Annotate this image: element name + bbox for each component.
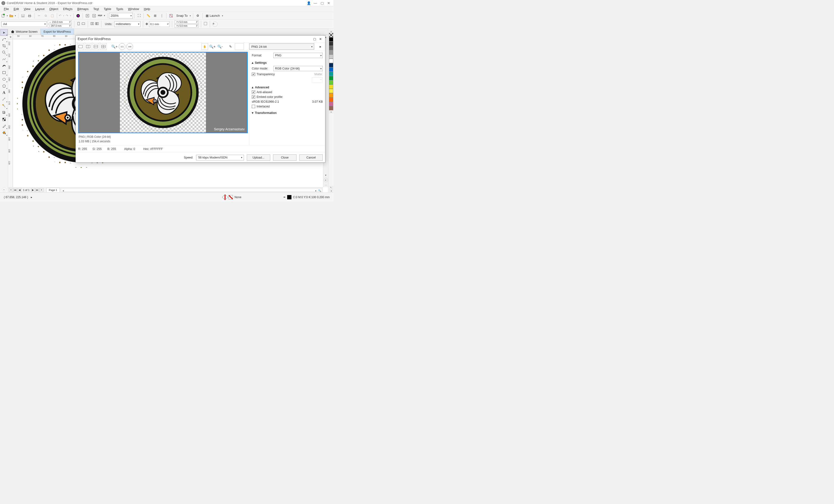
single-preview-button[interactable]	[77, 43, 84, 50]
zoom-combo[interactable]: 200%	[109, 13, 133, 19]
fill-indicator[interactable]: None	[221, 195, 243, 199]
color-swatch[interactable]	[329, 72, 333, 76]
user-signin-icon[interactable]: 👤	[305, 1, 312, 5]
drop-shadow-tool[interactable]	[0, 109, 8, 116]
zoom-fit-button[interactable]: 100	[126, 43, 133, 50]
docker-expand-button[interactable]: ⋯	[324, 183, 328, 187]
page-height-spinner[interactable]: ↕297.0 mm	[48, 24, 72, 28]
color-swatch[interactable]	[329, 67, 333, 72]
color-swatch[interactable]	[329, 85, 333, 89]
portrait-button[interactable]	[77, 22, 81, 26]
sampled-color-swatch[interactable]	[235, 43, 244, 50]
menu-bitmaps[interactable]: Bitmaps	[75, 7, 91, 11]
undo-button[interactable]: ↶	[59, 13, 65, 19]
show-guidelines-button[interactable]: ⋮	[159, 13, 165, 19]
save-button[interactable]	[20, 13, 26, 19]
transparency-tool[interactable]	[0, 116, 8, 123]
speed-combo[interactable]: 56 kbps Modem/ISDN	[196, 155, 244, 160]
print-button[interactable]	[26, 13, 33, 19]
add-swatch-button[interactable]: +	[324, 178, 328, 182]
palette-expand-button[interactable]: ◂	[329, 189, 333, 192]
split-four-button[interactable]	[100, 43, 107, 50]
close-button[interactable]: ✕	[325, 1, 332, 5]
export-button[interactable]	[91, 13, 97, 19]
interactive-fill-tool[interactable]	[0, 130, 8, 136]
color-eyedropper-tool[interactable]	[0, 123, 8, 130]
cut-button[interactable]: ✂	[36, 13, 42, 19]
dialog-titlebar[interactable]: Export For WordPress ▢ ✕	[76, 36, 325, 42]
dup-y-spinner[interactable]: ↗y5.0 mm	[175, 24, 199, 28]
search-content-button[interactable]	[75, 13, 81, 19]
vertical-ruler[interactable]: 220 210 200 190 180 170 160 150 140 130 …	[8, 39, 13, 187]
landscape-button[interactable]	[82, 22, 85, 26]
prev-page-button[interactable]: ◀	[18, 188, 22, 192]
connector-tool[interactable]	[0, 103, 8, 109]
last-page-button[interactable]: ⏭	[35, 188, 39, 192]
snapto-dropdown[interactable]: Snap To	[175, 13, 192, 19]
color-swatch[interactable]	[329, 63, 333, 67]
embed-profile-checkbox[interactable]: ✔Embed color profile:	[252, 95, 323, 99]
crop-tool[interactable]	[0, 43, 8, 49]
color-swatch[interactable]	[329, 80, 333, 85]
dialog-maximize-button[interactable]: ▢	[312, 37, 317, 41]
redo-button[interactable]: ↷	[65, 13, 72, 19]
rectangle-tool[interactable]	[0, 69, 8, 76]
color-swatch[interactable]	[329, 54, 333, 59]
parallel-dimension-tool[interactable]	[0, 96, 8, 103]
menu-help[interactable]: Help	[141, 7, 153, 11]
color-swatch[interactable]	[329, 42, 333, 46]
palette-scroll-down[interactable]: ▾	[329, 110, 333, 114]
menu-file[interactable]: File	[1, 7, 11, 11]
import-button[interactable]	[84, 13, 91, 19]
upload-button[interactable]: Upload...	[247, 155, 270, 161]
next-page-button[interactable]: ▶	[31, 188, 35, 192]
ruler-origin[interactable]: ⊕	[8, 35, 13, 39]
page-tab[interactable]: Page 1	[46, 188, 60, 192]
options-button[interactable]: ⚙	[195, 13, 201, 19]
transparency-checkbox[interactable]: ✔Transparency	[252, 73, 275, 76]
ellipse-tool[interactable]	[0, 76, 8, 83]
zoom-11-button[interactable]: 1:1	[119, 43, 126, 50]
units-combo[interactable]: millimeters	[114, 21, 140, 27]
menu-object[interactable]: Object	[47, 7, 61, 11]
color-swatch[interactable]	[329, 89, 333, 93]
publish-pdf-button[interactable]: PDF	[98, 13, 106, 19]
text-tool[interactable]: A	[0, 89, 8, 96]
menu-layout[interactable]: Layout	[33, 7, 47, 11]
zoom-in-button[interactable]: 🔍+	[209, 43, 216, 50]
zoom-navigator-button[interactable]: 🔍	[317, 189, 322, 193]
preview-frame[interactable]: Sergey Arzamastsev	[78, 52, 248, 133]
menu-effects[interactable]: Effects	[61, 7, 75, 11]
treat-as-filled-button[interactable]	[203, 22, 207, 26]
menu-text[interactable]: Text	[91, 7, 101, 11]
pick-tool[interactable]: ➤	[0, 29, 8, 36]
color-swatch[interactable]	[329, 50, 333, 54]
outline-indicator[interactable]: ✒ C:0 M:0 Y:0 K:100 0.200 mm	[281, 195, 332, 199]
show-grid-button[interactable]: ⊞	[152, 13, 158, 19]
pan-preview-button[interactable]: ✋	[201, 43, 208, 50]
launch-dropdown[interactable]: ▦ Launch	[204, 13, 224, 19]
scroll-left-button[interactable]: ◂	[61, 189, 65, 193]
split-vertical-button[interactable]	[85, 43, 91, 50]
tab-welcome[interactable]: Welcome Screen	[8, 29, 41, 35]
add-page-button[interactable]: +	[9, 188, 13, 192]
page-size-combo[interactable]: A4	[1, 21, 47, 27]
zoom-in-preview-button[interactable]: 🔍+	[111, 43, 118, 50]
color-swatch[interactable]	[329, 106, 333, 110]
color-swatch[interactable]	[329, 97, 333, 102]
zoom-tool[interactable]	[0, 49, 8, 56]
preset-combo[interactable]: PNG 24-bit	[249, 43, 314, 50]
snap-off-button[interactable]	[168, 13, 174, 19]
color-swatch[interactable]	[329, 76, 333, 80]
zoom-out-button[interactable]: 🔍-	[217, 43, 223, 50]
menu-view[interactable]: View	[21, 7, 33, 11]
interlaced-checkbox[interactable]: Interlaced	[252, 105, 323, 108]
paste-button[interactable]: 📋	[49, 13, 56, 19]
add-page-after-button[interactable]: +	[40, 188, 43, 192]
scroll-down-button[interactable]: ▾	[324, 173, 328, 177]
maximize-button[interactable]: ▢	[319, 1, 325, 5]
artistic-media-tool[interactable]	[0, 63, 8, 69]
nudge-spinner[interactable]: 0.1 mm	[149, 21, 170, 27]
first-page-button[interactable]: ⏮	[14, 188, 17, 192]
dialog-close-button[interactable]: ✕	[317, 37, 323, 41]
